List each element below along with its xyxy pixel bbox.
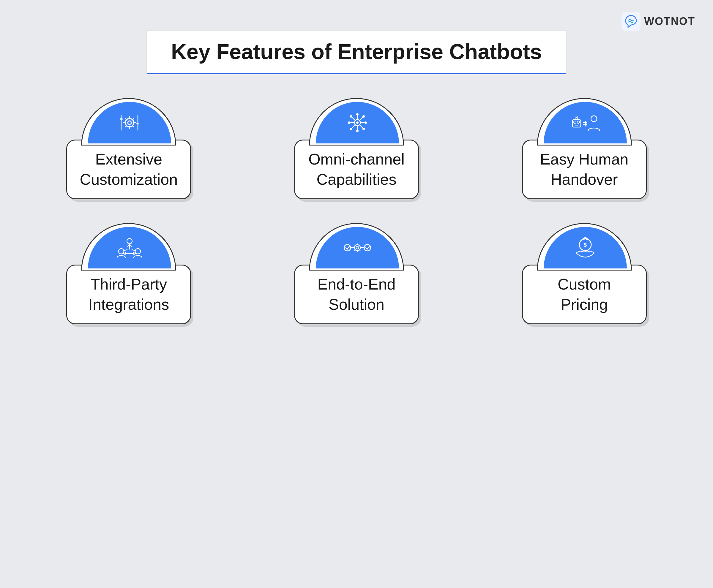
- svg-point-28: [363, 115, 365, 118]
- svg-point-26: [350, 115, 352, 118]
- card-body-pricing: CustomPricing: [522, 265, 647, 324]
- svg-line-10: [133, 119, 134, 120]
- logo-area: WOTNOT: [622, 12, 695, 31]
- card-body-omnichannel: Omni-channelCapabilities: [294, 140, 419, 199]
- svg-line-8: [133, 126, 134, 127]
- card-label-handover: Easy HumanHandover: [540, 149, 629, 189]
- integrations-icon: [115, 233, 144, 262]
- omnichannel-icon: [343, 108, 372, 138]
- svg-point-38: [576, 116, 577, 118]
- svg-point-49: [344, 245, 350, 251]
- solution-icon: [343, 233, 372, 262]
- svg-point-22: [348, 122, 350, 124]
- svg-rect-0: [622, 12, 640, 31]
- feature-card-omnichannel: Omni-channelCapabilities: [258, 98, 456, 199]
- svg-line-57: [355, 245, 355, 246]
- svg-point-30: [350, 128, 352, 130]
- feature-card-solution: End-to-EndSolution: [258, 223, 456, 324]
- svg-line-59: [355, 250, 355, 250]
- title-box: Key Features of Enterprise Chatbots: [146, 30, 567, 74]
- svg-line-58: [360, 250, 360, 250]
- semicircle-pricing: $: [537, 223, 632, 271]
- semicircle-solution: [309, 223, 404, 271]
- card-body-customization: ExtensiveCustomization: [66, 140, 191, 199]
- svg-rect-12: [120, 118, 123, 120]
- svg-point-34: [573, 121, 576, 123]
- svg-line-29: [352, 125, 355, 128]
- svg-line-9: [125, 126, 126, 127]
- svg-point-32: [363, 128, 365, 130]
- card-body-integrations: Third-PartyIntegrations: [66, 265, 191, 324]
- card-body-handover: Easy HumanHandover: [522, 140, 647, 199]
- svg-point-42: [127, 238, 132, 244]
- svg-point-2: [128, 121, 131, 124]
- svg-line-7: [125, 119, 126, 120]
- page-title: Key Features of Enterprise Chatbots: [171, 40, 542, 64]
- semicircle-integrations: [81, 223, 176, 271]
- feature-card-customization: ExtensiveCustomization: [30, 98, 228, 199]
- svg-point-18: [356, 113, 359, 115]
- semicircle-handover: [537, 98, 632, 146]
- card-label-pricing: CustomPricing: [558, 274, 611, 314]
- svg-line-60: [360, 245, 360, 246]
- wotnot-logo-icon: [622, 12, 640, 31]
- svg-rect-33: [572, 120, 580, 127]
- svg-point-52: [356, 247, 359, 249]
- logo-text: WOTNOT: [644, 15, 695, 28]
- semicircle-customization: [81, 98, 176, 146]
- svg-text:$: $: [584, 242, 587, 248]
- svg-point-20: [356, 130, 359, 132]
- svg-line-31: [360, 125, 363, 128]
- features-grid: ExtensiveCustomization: [30, 98, 683, 324]
- semicircle-omnichannel: [309, 98, 404, 146]
- card-label-solution: End-to-EndSolution: [317, 274, 395, 314]
- svg-rect-14: [136, 123, 139, 124]
- card-body-solution: End-to-EndSolution: [294, 265, 419, 324]
- customization-icon: [115, 108, 144, 138]
- handover-icon: [570, 108, 600, 138]
- card-label-omnichannel: Omni-channelCapabilities: [308, 149, 405, 189]
- svg-line-27: [360, 117, 363, 121]
- svg-point-16: [356, 122, 359, 124]
- card-label-integrations: Third-PartyIntegrations: [88, 274, 169, 314]
- svg-line-25: [352, 117, 355, 121]
- svg-point-24: [365, 122, 367, 124]
- svg-point-41: [591, 116, 597, 122]
- feature-card-pricing: $ CustomPricing: [485, 223, 683, 324]
- feature-card-integrations: Third-PartyIntegrations: [30, 223, 228, 324]
- feature-card-handover: Easy HumanHandover: [485, 98, 683, 199]
- card-label-customization: ExtensiveCustomization: [80, 149, 178, 189]
- svg-point-35: [577, 121, 579, 123]
- pricing-icon: $: [570, 233, 600, 262]
- svg-point-62: [364, 245, 371, 251]
